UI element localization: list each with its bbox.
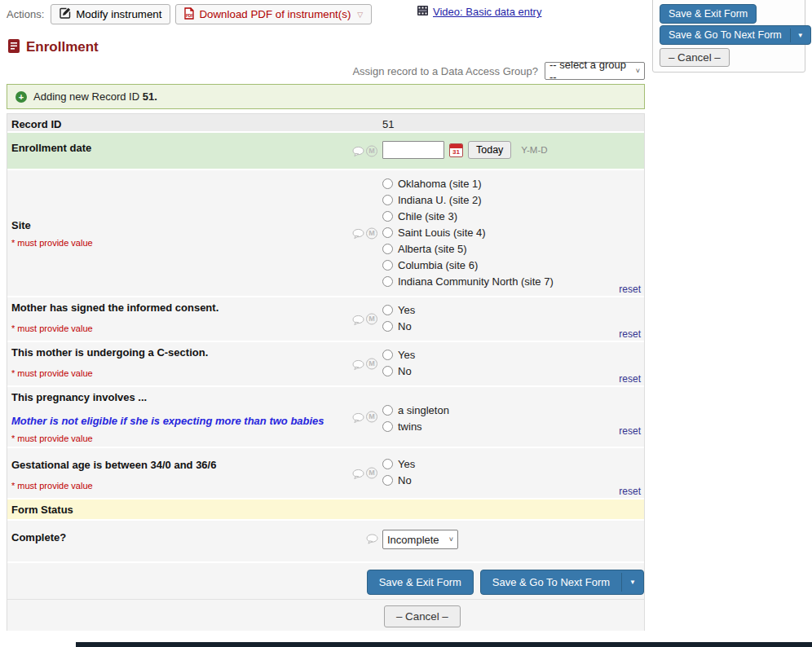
save-next-caret-icon[interactable]: ▼ [621,573,643,592]
modify-instrument-label: Modify instrument [76,8,161,20]
save-next-button[interactable]: Save & Go To Next Form ▼ [480,570,644,595]
film-icon [417,6,428,18]
pregnancy-required-note: * must provide value [11,434,348,443]
chevron-down-icon: ▽ [357,11,363,19]
form-status-label: Form Status [11,504,73,516]
consent-option-label: No [398,320,412,332]
page-title: Enrollment [26,39,99,55]
download-pdf-label: Download PDF of instrument(s) [199,8,351,20]
comment-bubble-icon[interactable] [352,467,364,479]
consent-option-radio[interactable] [382,321,393,332]
consent-option: No [382,318,644,334]
cancel-button[interactable]: – Cancel – [384,605,461,627]
save-next-label: Save & Go To Next Form [481,570,621,594]
comment-bubble-icon[interactable] [352,313,364,325]
save-exit-button[interactable]: Save & Exit Form [367,570,474,595]
modify-instrument-button[interactable]: Modify instrument [51,4,170,24]
dag-row: Assign record to a Data Access Group? --… [7,62,645,80]
site-option-label: Indiana Community North (site 7) [398,275,554,288]
enrollment-form-table: Record ID 51 Enrollment date M [7,113,645,631]
field-row-complete: Complete? Incomplete ˅ [7,521,644,563]
dag-question-label: Assign record to a Data Access Group? [352,65,538,77]
csection-option-radio[interactable] [382,366,393,376]
missing-code-icon[interactable]: M [366,359,377,370]
comment-bubble-icon[interactable] [366,532,378,544]
site-option: Alberta (site 5) [382,240,644,257]
site-option-radio[interactable] [382,227,393,238]
gestational-reset-link[interactable]: reset [619,486,641,497]
save-exit-label: Save & Exit Form [368,570,473,594]
site-option-label: Alberta (site 5) [398,243,467,255]
comment-bubble-icon[interactable] [352,411,364,423]
consent-reset-link[interactable]: reset [619,328,641,340]
site-required-note: * must provide value [11,238,348,248]
gestational-option-label: Yes [398,458,415,470]
panel-cancel-button[interactable]: – Cancel – [660,48,730,67]
panel-save-next-caret-icon[interactable]: ▼ [790,29,810,42]
site-option-radio[interactable] [382,276,393,287]
video-basic-data-entry-link[interactable]: Video: Basic data entry [433,6,541,18]
svg-text:PDF: PDF [186,14,193,18]
site-option: Oklahoma (site 1) [382,175,644,191]
today-button[interactable]: Today [468,141,511,159]
site-option-radio[interactable] [382,195,393,205]
panel-save-exit-button[interactable]: Save & Exit Form [660,4,757,24]
dag-select-caret-icon: ˅ [636,67,640,75]
csection-option: No [382,363,644,379]
missing-code-icon[interactable]: M [366,227,377,239]
site-option: Chile (site 3) [382,208,644,224]
pregnancy-option-radio[interactable] [382,421,393,432]
pregnancy-option-radio[interactable] [382,405,393,416]
complete-select[interactable]: Incomplete ˅ [382,530,458,549]
actions-label: Actions: [7,8,44,20]
missing-code-icon[interactable]: M [366,412,377,423]
gestational-option-radio[interactable] [382,459,393,469]
site-option-radio[interactable] [382,211,393,222]
site-option-radio[interactable] [382,260,393,271]
missing-code-icon[interactable]: M [366,468,377,479]
actions-bar: Actions: Modify instrument PDF Download … [7,4,372,24]
calendar-icon[interactable]: 31 [449,143,463,157]
banner-record-id: 51. [143,90,157,103]
panel-save-next-button[interactable]: Save & Go To Next Form ▼ [660,25,811,45]
csection-option-radio[interactable] [382,350,393,360]
missing-code-icon[interactable]: M [366,145,377,156]
csection-option-label: No [398,365,412,377]
csection-required-note: * must provide value [11,368,348,378]
plus-circle-icon: + [15,91,27,103]
consent-option-radio[interactable] [382,305,393,315]
panel-save-next-label: Save & Go To Next Form [660,26,790,44]
date-format-hint: Y-M-D [521,145,547,155]
instrument-document-icon [8,39,20,55]
site-option-radio[interactable] [382,244,393,254]
pregnancy-option-label: twins [398,420,422,433]
comment-bubble-icon[interactable] [352,144,364,156]
consent-option-label: Yes [398,304,415,316]
complete-selected-option: Incomplete [387,534,439,546]
gestational-option: No [382,472,644,488]
site-reset-link[interactable]: reset [619,284,641,295]
field-row-pregnancy: This pregnancy involves ... Mother is no… [7,387,644,448]
comment-bubble-icon[interactable] [352,227,364,239]
data-entry-page: Actions: Modify instrument PDF Download … [0,0,812,647]
missing-code-icon[interactable]: M [366,314,377,325]
field-row-consent: Mother has signed the informed consent. … [7,297,644,342]
pregnancy-label: This pregnancy involves ... [11,391,348,403]
dag-select[interactable]: -- select a group -- ˅ [545,62,645,80]
gestational-option-radio[interactable] [382,475,393,486]
site-option: Indiana U. (site 2) [382,191,644,208]
site-option-label: Columbia (site 6) [398,259,478,271]
comment-bubble-icon[interactable] [352,358,364,370]
pregnancy-option: a singleton [382,402,644,418]
site-option-radio[interactable] [382,178,393,189]
site-label: Site [11,219,348,231]
dag-selected-option: -- select a group -- [549,59,629,83]
pregnancy-reset-link[interactable]: reset [619,425,641,437]
site-option-label: Saint Louis (site 4) [398,227,486,239]
bottom-window-edge [76,642,812,647]
download-pdf-button[interactable]: PDF Download PDF of instrument(s) ▽ [175,4,372,24]
enrollment-date-input[interactable] [382,141,444,159]
pregnancy-option-label: a singleton [398,404,449,416]
enrollment-date-label: Enrollment date [11,137,348,154]
csection-reset-link[interactable]: reset [619,373,641,385]
